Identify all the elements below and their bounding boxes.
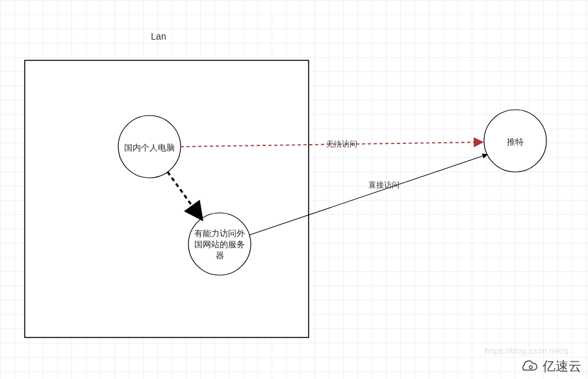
svg-point-3 [530,365,533,369]
node-twitter: 推特 [484,110,546,172]
node-pc-label: 国内个人电脑 [124,143,175,153]
lan-container [25,60,309,337]
watermark-text: 亿速云 [543,358,582,375]
node-twitter-label: 推特 [507,137,524,147]
cloud-icon [518,359,539,374]
node-proxy-line2: 国网站的服务 [194,239,245,249]
edge-blocked-label: 无法访问 [326,140,357,149]
lan-title: Lan [151,31,166,42]
watermark-url: https://blog.csdn.net/q [485,347,569,356]
node-proxy-line3: 器 [216,251,224,260]
diagram-svg: Lan 国内个人电脑 有能力访问外 国网站的服务 器 推特 直接访问 无法访问 [0,0,588,379]
node-proxy-line1: 有能力访问外 [194,228,245,238]
node-proxy: 有能力访问外 国网站的服务 器 [188,213,251,275]
node-pc: 国内个人电脑 [118,116,181,178]
edge-direct-label: 直接访问 [368,180,400,190]
watermark-brand: 亿速云 [518,358,582,375]
